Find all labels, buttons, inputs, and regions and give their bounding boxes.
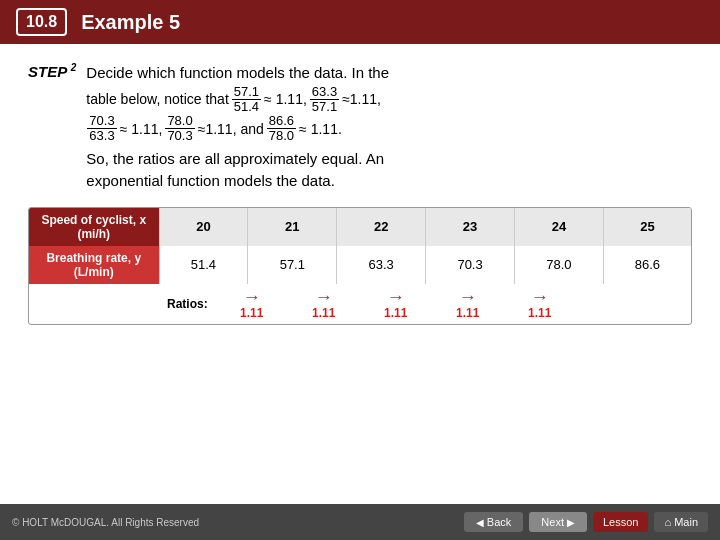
fraction-4: 78.0 70.3 xyxy=(165,114,194,144)
ratio-item-5: → 1.11 xyxy=(504,288,576,320)
cell-571: 57.1 xyxy=(248,246,337,284)
math-line-1: table below, notice that 57.1 51.4 ≈ 1.1… xyxy=(86,85,389,115)
home-icon: ⌂ xyxy=(664,516,671,528)
ratio-value-4: 1.11 xyxy=(456,306,479,320)
conclusion: So, the ratios are all approximately equ… xyxy=(86,148,389,193)
ratio-arrow-3: → xyxy=(387,288,405,306)
back-button[interactable]: ◀ Back xyxy=(464,512,523,532)
ratio-arrow-4: → xyxy=(459,288,477,306)
data-table: Speed of cyclist, x (mi/h) 20 21 22 23 2… xyxy=(28,207,692,325)
footer: © HOLT McDOUGAL. All Rights Reserved ◀ B… xyxy=(0,504,720,540)
page-title: Example 5 xyxy=(81,11,180,34)
ratio-value-3: 1.11 xyxy=(384,306,407,320)
next-button[interactable]: Next ▶ xyxy=(529,512,587,532)
step-description: Decide which function models the data. I… xyxy=(86,62,389,193)
ratio-arrow-1: → xyxy=(243,288,261,306)
cell-866: 86.6 xyxy=(603,246,691,284)
next-arrow-icon: ▶ xyxy=(567,517,575,528)
main-button[interactable]: ⌂ Main xyxy=(654,512,708,532)
back-arrow-icon: ◀ xyxy=(476,517,484,528)
col-25: 25 xyxy=(603,208,691,246)
header: 10.8 Example 5 xyxy=(0,0,720,44)
ratio-arrow-2: → xyxy=(315,288,333,306)
ratio-arrow-5: → xyxy=(531,288,549,306)
ratio-item-1: → 1.11 xyxy=(216,288,288,320)
ratio-item-3: → 1.11 xyxy=(360,288,432,320)
col-22: 22 xyxy=(337,208,426,246)
lesson-button[interactable]: Lesson xyxy=(593,512,648,532)
intro-text: Decide which function models the data. I… xyxy=(86,62,389,85)
table-row-data: Breathing rate, y (L/min) 51.4 57.1 63.3… xyxy=(29,246,691,284)
ratio-item-4: → 1.11 xyxy=(432,288,504,320)
col-21: 21 xyxy=(248,208,337,246)
main-content: STEP 2 Decide which function models the … xyxy=(0,44,720,335)
fraction-5: 86.6 78.0 xyxy=(267,114,296,144)
ratio-value-1: 1.11 xyxy=(240,306,263,320)
copyright: © HOLT McDOUGAL. All Rights Reserved xyxy=(12,517,199,528)
ratio-item-2: → 1.11 xyxy=(288,288,360,320)
cell-703: 70.3 xyxy=(426,246,515,284)
col-20: 20 xyxy=(159,208,248,246)
fraction-3: 70.3 63.3 xyxy=(87,114,116,144)
math-line-2: 70.3 63.3 ≈ 1.11, 78.0 70.3 ≈1.11, and 8… xyxy=(86,114,389,144)
cell-514: 51.4 xyxy=(159,246,248,284)
ratio-value-5: 1.11 xyxy=(528,306,551,320)
ratios-label: Ratios: xyxy=(167,297,208,311)
fraction-2: 63.3 57.1 xyxy=(310,85,339,115)
cell-633: 63.3 xyxy=(337,246,426,284)
ratio-value-2: 1.11 xyxy=(312,306,335,320)
row1-header: Speed of cyclist, x (mi/h) xyxy=(29,208,159,246)
col-24: 24 xyxy=(515,208,604,246)
step-label: STEP 2 xyxy=(28,62,76,80)
ratios-row: Ratios: → 1.11 → 1.11 → 1.11 → 1.11 → 1.… xyxy=(29,284,691,324)
row2-header: Breathing rate, y (L/min) xyxy=(29,246,159,284)
table-row-header: Speed of cyclist, x (mi/h) 20 21 22 23 2… xyxy=(29,208,691,246)
col-23: 23 xyxy=(426,208,515,246)
fraction-1: 57.1 51.4 xyxy=(232,85,261,115)
step-row: STEP 2 Decide which function models the … xyxy=(28,62,692,193)
nav-buttons: ◀ Back Next ▶ Lesson ⌂ Main xyxy=(464,512,708,532)
section-badge: 10.8 xyxy=(16,8,67,36)
cell-780: 78.0 xyxy=(515,246,604,284)
